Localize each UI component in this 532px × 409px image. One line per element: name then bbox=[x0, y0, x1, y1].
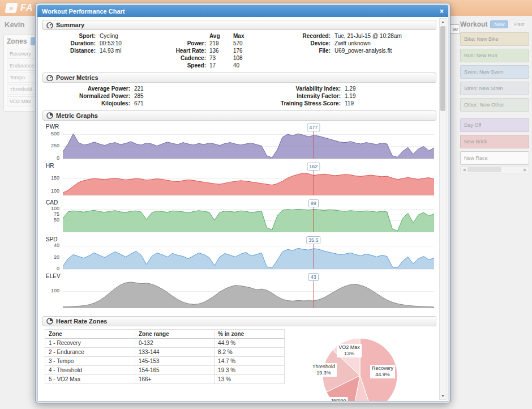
max-header: Max bbox=[233, 33, 254, 39]
pie-chart-icon bbox=[46, 318, 53, 325]
pie-slice-label: VO2 Max13% bbox=[337, 344, 362, 357]
section-title: Summary bbox=[56, 22, 84, 28]
cursor-value-badge: 99 bbox=[308, 199, 319, 207]
table-row: 3 - Tempo145-15314.7 % bbox=[45, 357, 285, 366]
cursor-line[interactable] bbox=[314, 280, 314, 308]
scroll-down-icon[interactable]: ▼ bbox=[440, 393, 446, 399]
pie-slice-label: Recovery44.9% bbox=[370, 365, 395, 378]
table-row: 5 - VO2 Max166+13 % bbox=[45, 375, 285, 384]
y-axis: 100 bbox=[44, 280, 63, 308]
power-label: Power: bbox=[165, 40, 206, 46]
cursor-line[interactable] bbox=[314, 206, 314, 232]
duration-label: Duration: bbox=[61, 40, 96, 46]
distance-value: 14.93 mi bbox=[100, 48, 154, 54]
speed-plot[interactable]: 35.5 bbox=[63, 243, 434, 269]
summary-file-info: Recorded:Tue, 21-Jul-15 @ 10:28am Device… bbox=[295, 33, 402, 69]
variability-index-value: 1.29 bbox=[345, 86, 373, 92]
tss-label: Training Stress Score: bbox=[261, 100, 341, 106]
cursor-value-badge: 43 bbox=[308, 273, 319, 281]
modal-body: Summary Sport:Cycling Duration:00:53:10 … bbox=[37, 17, 448, 402]
gauge-icon bbox=[46, 22, 53, 28]
normalized-power-value: 285 bbox=[134, 93, 162, 99]
speed-label: Speed: bbox=[165, 62, 206, 69]
hr-max: 176 bbox=[233, 48, 254, 54]
cursor-line[interactable] bbox=[314, 169, 314, 195]
speed-max: 40 bbox=[233, 62, 254, 69]
file-value: U69_power-analysis.fit bbox=[334, 48, 402, 54]
intensity-factor-value: 1.19 bbox=[345, 93, 373, 99]
table-row: 2 - Endurance133-1448.2 % bbox=[45, 348, 285, 357]
summary-avg-max: AvgMax Power:219570 Heart Rate:136176 Ca… bbox=[165, 33, 264, 69]
pie-slice-label: Threshold19.3% bbox=[311, 363, 337, 377]
chart-power: PWR 0250500477 bbox=[44, 123, 435, 159]
table-header-row: Zone Zone range % in zone bbox=[45, 330, 285, 339]
y-axis: 100150 bbox=[44, 169, 63, 195]
col-zone: Zone bbox=[45, 330, 135, 339]
scroll-up-icon[interactable]: ▲ bbox=[440, 19, 446, 25]
power-metrics-left: Average Power:221 Normalized Power:285 K… bbox=[63, 86, 162, 106]
col-pct-in-zone: % in zone bbox=[214, 330, 285, 339]
summary-section: Summary Sport:Cycling Duration:00:53:10 … bbox=[42, 20, 436, 70]
hr-avg: 136 bbox=[209, 48, 230, 54]
table-row: 1 - Recovery0-13244.9 % bbox=[45, 339, 285, 348]
kilojoules-label: Kilojoules: bbox=[63, 100, 130, 106]
avg-power-value: 221 bbox=[134, 86, 162, 92]
cursor-line[interactable] bbox=[314, 243, 314, 269]
speed-avg: 17 bbox=[209, 62, 230, 69]
col-zone-range: Zone range bbox=[135, 330, 214, 339]
intensity-factor-label: Intensity Factor: bbox=[261, 93, 341, 99]
hr-zones-pie: Recovery44.9%Endurance8.2%Tempo14.7%Thre… bbox=[297, 329, 423, 402]
elevation-plot[interactable]: 43 bbox=[63, 280, 434, 308]
hr-zones-table: Zone Zone range % in zone 1 - Recovery0-… bbox=[45, 329, 285, 384]
y-axis: 02040 bbox=[44, 243, 63, 269]
heart-rate-plot[interactable]: 162 bbox=[63, 169, 434, 195]
cursor-value-badge: 35.5 bbox=[306, 236, 321, 244]
section-title: Metric Graphs bbox=[56, 112, 98, 119]
power-avg: 219 bbox=[209, 40, 230, 46]
duration-value: 00:53:10 bbox=[100, 40, 154, 46]
chart-label: PWR bbox=[46, 123, 435, 130]
y-axis: 5075100 bbox=[44, 206, 63, 232]
chart-label: HR bbox=[46, 163, 435, 169]
hr-zones-section: Heart Rate Zones Zone Zone range % in zo… bbox=[42, 316, 436, 402]
power-metrics-section-header: Power Metrics bbox=[42, 73, 436, 83]
cadence-avg: 73 bbox=[209, 55, 230, 61]
kilojoules-value: 671 bbox=[134, 100, 162, 106]
power-plot[interactable]: 477 bbox=[63, 130, 434, 159]
chart-elevation: ELEV 10043 bbox=[44, 273, 435, 308]
recorded-value: Tue, 21-Jul-15 @ 10:28am bbox=[334, 33, 402, 39]
device-value: Zwift unknown bbox=[334, 40, 402, 46]
distance-label: Distance: bbox=[61, 48, 96, 54]
metric-graphs-section: Metric Graphs PWR 0250500477 HR 10015016… bbox=[42, 110, 436, 314]
cadence-max: 108 bbox=[233, 55, 254, 61]
modal-title: Workout Performance Chart bbox=[42, 8, 125, 15]
normalized-power-label: Normalized Power: bbox=[63, 93, 130, 99]
cursor-line[interactable] bbox=[314, 130, 314, 158]
avg-power-label: Average Power: bbox=[63, 86, 130, 92]
chart-label: CAD bbox=[46, 199, 435, 206]
gauge-icon bbox=[46, 74, 53, 81]
table-row: 4 - Threshold154-16519.3 % bbox=[45, 366, 285, 375]
power-max: 570 bbox=[233, 40, 254, 46]
device-label: Device: bbox=[295, 40, 331, 46]
modal-title-bar[interactable]: Workout Performance Chart × bbox=[37, 5, 448, 17]
cursor-value-badge: 162 bbox=[307, 163, 320, 171]
avg-header: Avg bbox=[209, 33, 230, 39]
cadence-label: Cadence: bbox=[165, 55, 206, 61]
chart-heart-rate: HR 100150162 bbox=[44, 163, 435, 195]
summary-general: Sport:Cycling Duration:00:53:10 Distance… bbox=[61, 33, 154, 69]
pie-chart-icon bbox=[46, 112, 53, 119]
power-metrics-section: Power Metrics Average Power:221 Normaliz… bbox=[42, 73, 436, 108]
scrollbar-thumb[interactable] bbox=[440, 26, 445, 111]
tss-value: 119 bbox=[345, 100, 373, 106]
workout-performance-modal: Workout Performance Chart × Summary Spor… bbox=[35, 3, 451, 403]
sport-label: Sport: bbox=[61, 33, 96, 39]
cadence-plot[interactable]: 99 bbox=[63, 206, 434, 232]
close-icon[interactable]: × bbox=[440, 7, 444, 15]
summary-section-header: Summary bbox=[42, 20, 436, 30]
variability-index-label: Variability Index: bbox=[261, 86, 341, 92]
vertical-scrollbar[interactable]: ▲ ▼ bbox=[439, 18, 447, 400]
recorded-label: Recorded: bbox=[295, 33, 331, 39]
sport-value: Cycling bbox=[100, 33, 154, 39]
section-title: Power Metrics bbox=[56, 74, 98, 81]
